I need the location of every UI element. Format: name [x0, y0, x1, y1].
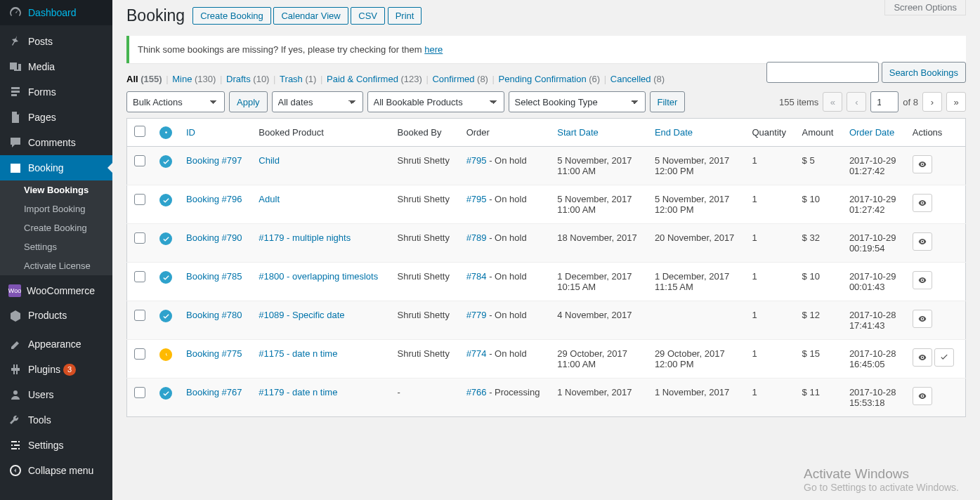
product-link[interactable]: #1179 - multiple nights: [259, 232, 351, 243]
product-link[interactable]: Child: [259, 155, 280, 166]
booking-type-select[interactable]: Select Booking Type: [509, 91, 646, 112]
order-link[interactable]: #774: [466, 348, 487, 359]
sidebar-item-label: Media: [28, 61, 55, 72]
amount-cell: $ 11: [795, 379, 842, 417]
date-filter-select[interactable]: All dates: [272, 91, 363, 112]
view-action-button[interactable]: [913, 194, 932, 212]
product-link[interactable]: #1089 - Specific date: [259, 310, 344, 320]
view-action-button[interactable]: [913, 387, 932, 405]
sidebar-item-booking[interactable]: Booking: [0, 155, 112, 180]
status-confirmed-icon: [159, 194, 172, 206]
header-start[interactable]: Start Date: [557, 127, 599, 138]
view-action-button[interactable]: [913, 348, 932, 367]
booking-id-link[interactable]: Booking #767: [186, 387, 242, 397]
header-id[interactable]: ID: [186, 127, 195, 138]
svg-point-0: [13, 390, 18, 395]
view-action-button[interactable]: [913, 271, 932, 289]
screen-options-tab[interactable]: Screen Options: [884, 0, 966, 15]
order-link[interactable]: #766: [466, 387, 487, 397]
sidebar-item-plugins[interactable]: Plugins3: [0, 357, 112, 382]
current-page-input[interactable]: [870, 91, 899, 112]
view-drafts[interactable]: Drafts (10): [226, 74, 269, 84]
submenu-item-import-booking[interactable]: Import Booking: [0, 199, 112, 218]
row-checkbox[interactable]: [134, 271, 145, 282]
header-order-date[interactable]: Order Date: [849, 127, 894, 138]
sidebar-item-comments[interactable]: Comments: [0, 130, 112, 155]
last-page-button[interactable]: »: [946, 92, 966, 112]
product-filter-select[interactable]: All Bookable Products: [367, 91, 504, 112]
first-page-button[interactable]: «: [823, 92, 842, 112]
sidebar-item-media[interactable]: Media: [0, 54, 112, 79]
view-trash[interactable]: Trash (1): [280, 74, 316, 84]
sidebar-item-users[interactable]: Users: [0, 382, 112, 407]
sidebar-item-posts[interactable]: Posts: [0, 29, 112, 54]
product-link[interactable]: #1175 - date n time: [259, 348, 337, 359]
booking-id-link[interactable]: Booking #775: [186, 348, 242, 359]
product-link[interactable]: #1179 - date n time: [259, 387, 337, 397]
order-link[interactable]: #795: [466, 155, 487, 166]
row-checkbox[interactable]: [134, 232, 145, 244]
print-button[interactable]: Print: [388, 7, 422, 25]
sidebar-item-collapse-menu[interactable]: Collapse menu: [0, 458, 112, 483]
confirm-action-button[interactable]: [934, 348, 954, 367]
row-checkbox[interactable]: [134, 155, 145, 166]
bulk-actions-select[interactable]: Bulk Actions: [126, 91, 225, 112]
search-input[interactable]: [766, 62, 879, 83]
sidebar-item-forms[interactable]: Forms: [0, 79, 112, 105]
order-link[interactable]: #784: [466, 271, 487, 282]
qty-cell: 1: [745, 379, 795, 417]
product-link[interactable]: #1800 - overlapping timeslots: [259, 271, 378, 282]
header-end[interactable]: End Date: [655, 127, 693, 138]
order-link[interactable]: #795: [466, 194, 487, 204]
submenu-item-view-bookings[interactable]: View Bookings: [0, 180, 112, 199]
search-button[interactable]: Search Bookings: [882, 62, 966, 83]
view-paid-confirmed[interactable]: Paid & Confirmed (123): [327, 74, 422, 84]
view-pending-confirmation[interactable]: Pending Confirmation (6): [499, 74, 601, 84]
submenu-item-create-booking[interactable]: Create Booking: [0, 218, 112, 237]
row-checkbox[interactable]: [134, 194, 145, 205]
view-confirmed[interactable]: Confirmed (8): [432, 74, 488, 84]
order-status-text: - On hold: [487, 310, 527, 320]
sidebar-item-woocommerce[interactable]: WooWooCommerce: [0, 279, 112, 303]
submenu-item-settings[interactable]: Settings: [0, 237, 112, 256]
view-action-button[interactable]: [913, 155, 932, 173]
end-date-cell: 20 November, 2017: [648, 224, 745, 263]
order-link[interactable]: #779: [466, 310, 487, 320]
view-all[interactable]: All (155): [126, 74, 162, 84]
booking-id-link[interactable]: Booking #796: [186, 194, 242, 204]
sidebar-item-label: Tools: [28, 414, 51, 426]
submenu-item-activate-license[interactable]: Activate License: [0, 256, 112, 275]
sidebar-item-settings[interactable]: Settings: [0, 433, 112, 458]
sidebar-item-tools[interactable]: Tools: [0, 407, 112, 433]
view-action-button[interactable]: [913, 232, 932, 251]
row-checkbox[interactable]: [134, 387, 145, 398]
view-action-button[interactable]: [913, 310, 932, 328]
sidebar-item-appearance[interactable]: Appearance: [0, 331, 112, 357]
notice-link[interactable]: here: [424, 44, 443, 55]
table-row: Booking #796AdultShruti Shetty#795 - On …: [127, 185, 966, 224]
status-column-header: [152, 119, 179, 147]
end-date-cell: [648, 301, 745, 340]
apply-button[interactable]: Apply: [229, 91, 268, 112]
booking-id-link[interactable]: Booking #785: [186, 271, 242, 282]
select-all-checkbox[interactable]: [134, 126, 145, 137]
end-date-cell: 29 October, 201712:00 PM: [648, 340, 745, 379]
prev-page-button[interactable]: ‹: [847, 92, 866, 112]
sidebar-item-products[interactable]: Products: [0, 303, 112, 328]
sidebar-item-dashboard[interactable]: Dashboard: [0, 0, 112, 25]
view-cancelled[interactable]: Cancelled (8): [610, 74, 665, 84]
view-mine[interactable]: Mine (130): [172, 74, 216, 84]
csv-button[interactable]: CSV: [351, 7, 385, 25]
order-link[interactable]: #789: [466, 232, 487, 243]
booking-id-link[interactable]: Booking #797: [186, 155, 242, 166]
row-checkbox[interactable]: [134, 310, 145, 321]
next-page-button[interactable]: ›: [922, 92, 942, 112]
filter-button[interactable]: Filter: [650, 91, 686, 112]
booking-id-link[interactable]: Booking #790: [186, 232, 242, 243]
booking-id-link[interactable]: Booking #780: [186, 310, 242, 320]
sidebar-item-pages[interactable]: Pages: [0, 105, 112, 130]
calendar-view-button[interactable]: Calendar View: [273, 7, 348, 25]
create-booking-button[interactable]: Create Booking: [192, 7, 271, 25]
product-link[interactable]: Adult: [259, 194, 280, 204]
row-checkbox[interactable]: [134, 348, 145, 360]
